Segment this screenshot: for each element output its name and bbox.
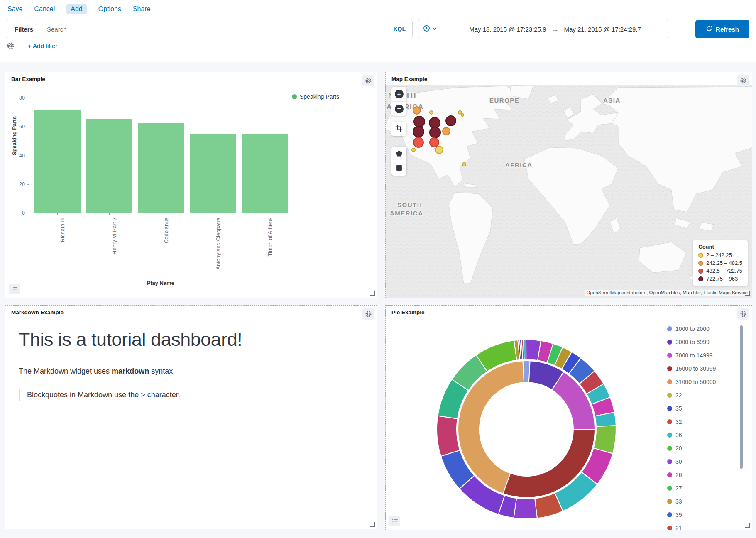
refresh-button[interactable]: Refresh <box>695 20 749 38</box>
pie-legend-item[interactable]: 30 <box>667 457 737 467</box>
filters-connector <box>22 38 22 44</box>
legend-label: 35 <box>675 405 682 412</box>
query-row: Filters KQL May 18, 2015 @ 17:23:25.9 → … <box>0 17 756 38</box>
panel-options-gear-icon[interactable] <box>737 75 749 86</box>
map-legend-row: 2 – 242.25 <box>698 252 742 258</box>
legend-label: 7000 to 14999 <box>675 352 713 359</box>
filters-button[interactable]: Filters <box>7 20 41 38</box>
start-date[interactable]: May 18, 2015 @ 17:23:25.9 <box>469 26 546 33</box>
map-legend: Count 2 – 242.25242.25 – 482.5482.5 – 72… <box>693 240 748 286</box>
map-cluster-marker <box>414 116 425 127</box>
panel-title: Bar Example <box>11 76 45 82</box>
draw-rectangle-button[interactable] <box>391 161 406 176</box>
chevron-down-icon <box>432 26 437 32</box>
panel-resize-handle[interactable] <box>745 523 750 528</box>
pie-legend-item[interactable]: 7000 to 14999 <box>667 350 737 360</box>
kql-button[interactable]: KQL <box>387 26 412 32</box>
legend-dot-icon <box>667 353 672 358</box>
pie-legend-item[interactable]: 21 <box>667 523 737 530</box>
plus-icon: + <box>395 90 404 98</box>
pie-legend-item[interactable]: 3000 to 6999 <box>667 337 737 347</box>
bar-chart-plot: 020406080 <box>29 98 293 213</box>
bar-Coriolanus[interactable] <box>138 123 184 213</box>
panel-options-gear-icon[interactable] <box>362 75 374 86</box>
add-filter-link[interactable]: + Add filter <box>28 42 57 49</box>
toolbar-link-cancel[interactable]: Cancel <box>34 5 55 13</box>
pie-outer-slice-19[interactable] <box>514 498 537 519</box>
map-zoom-out-button[interactable]: − <box>391 101 406 116</box>
legend-scrollbar[interactable] <box>740 325 743 469</box>
legend-range-label: 2 – 242.25 <box>706 252 732 258</box>
pie-legend-item[interactable]: 36 <box>667 430 737 440</box>
x-tick-mark <box>265 213 265 215</box>
pie-outer-slice-23[interactable] <box>437 416 460 456</box>
x-tick-mark <box>161 213 161 215</box>
map-cluster-marker <box>412 148 415 152</box>
map-cluster-marker <box>458 111 462 114</box>
pie-legend-item[interactable]: 31000 to 50000 <box>667 377 737 387</box>
legend-dot-icon <box>667 472 672 477</box>
panel-resize-handle[interactable] <box>370 291 375 296</box>
bar-Richard III[interactable] <box>34 110 81 213</box>
map-legend-title: Count <box>698 244 742 250</box>
map-label-africa: AFRICA <box>505 161 533 169</box>
pie-legend-item[interactable]: 27 <box>667 483 737 493</box>
map-cluster-marker <box>443 127 450 135</box>
map-legend-row: 482.5 – 722.75 <box>698 268 742 274</box>
panel-options-gear-icon[interactable] <box>362 308 374 320</box>
legend-dot-icon <box>667 499 672 504</box>
map-cluster-marker <box>461 114 464 116</box>
y-tick-mark <box>27 156 29 156</box>
pie-legend-item[interactable]: 32 <box>667 417 737 427</box>
markdown-paragraph: The Markdown widget uses markdown syntax… <box>19 367 364 376</box>
legend-label: 39 <box>675 511 682 518</box>
pie-legend-item[interactable]: 39 <box>667 510 737 520</box>
quick-select-button[interactable] <box>418 20 442 38</box>
bar-legend-item[interactable]: Speaking Parts <box>292 93 339 100</box>
date-range-arrow-icon: → <box>552 26 558 33</box>
pie-legend-item[interactable]: 20 <box>667 443 737 453</box>
legend-dot-icon <box>667 406 672 411</box>
map-fit-bounds-button[interactable] <box>391 122 406 136</box>
toolbar-link-add[interactable]: Add <box>66 4 86 14</box>
toolbar-link-save[interactable]: Save <box>7 5 22 13</box>
y-tick-mark <box>27 98 29 98</box>
y-tick-label: 80 <box>19 95 25 101</box>
pie-legend-item[interactable]: 1000 to 2000 <box>667 324 737 334</box>
legend-swatch-icon <box>698 276 703 281</box>
legend-dot-icon <box>667 526 672 530</box>
legend-dot-icon <box>667 419 672 424</box>
y-tick-mark <box>27 127 29 127</box>
toolbar-link-options[interactable]: Options <box>98 5 121 13</box>
legend-toggle-icon[interactable] <box>389 516 400 526</box>
x-category-label: Coriolanus <box>163 218 169 243</box>
end-date[interactable]: May 21, 2015 @ 17:24:29.7 <box>564 26 641 33</box>
panel-resize-handle[interactable] <box>745 291 750 296</box>
bar-Antony and Cleopatra[interactable] <box>190 134 236 213</box>
bar-Henry VI Part 2[interactable] <box>86 119 132 213</box>
crop-icon <box>395 125 403 133</box>
bar-Timon of Athens[interactable] <box>242 134 288 213</box>
dashboard-toolbar: SaveCancelAddOptionsShare <box>0 0 756 17</box>
legend-toggle-icon[interactable] <box>9 284 20 294</box>
pie-legend-item[interactable]: 26 <box>667 470 737 480</box>
bar-y-axis-title: Speaking Parts <box>11 116 17 155</box>
pie-legend-item[interactable]: 35 <box>667 404 737 413</box>
pie-legend-item[interactable]: 22 <box>667 390 737 400</box>
map-zoom-in-button[interactable]: + <box>391 87 406 101</box>
legend-label: 3000 to 6999 <box>675 339 710 345</box>
draw-polygon-button[interactable] <box>391 147 406 161</box>
pie-legend-item[interactable]: 33 <box>667 496 737 506</box>
panel-options-gear-icon[interactable] <box>737 308 749 320</box>
world-map[interactable]: NORTHAMERICAEUROPEASIAAFRICASOUTHAMERICA… <box>386 85 752 298</box>
search-input[interactable] <box>41 20 387 38</box>
filter-settings-gear-icon[interactable] <box>7 42 15 50</box>
map-label-south: SOUTH <box>397 201 422 208</box>
pie-legend-item[interactable]: 15000 to 30999 <box>667 364 737 374</box>
toolbar-link-share[interactable]: Share <box>133 5 151 13</box>
legend-dot-icon <box>667 446 672 451</box>
map-cluster-marker <box>435 146 443 154</box>
legend-range-label: 242.25 – 482.5 <box>706 260 742 266</box>
panel-resize-handle[interactable] <box>370 522 375 527</box>
bar-x-axis-title: Play Name <box>29 280 293 286</box>
